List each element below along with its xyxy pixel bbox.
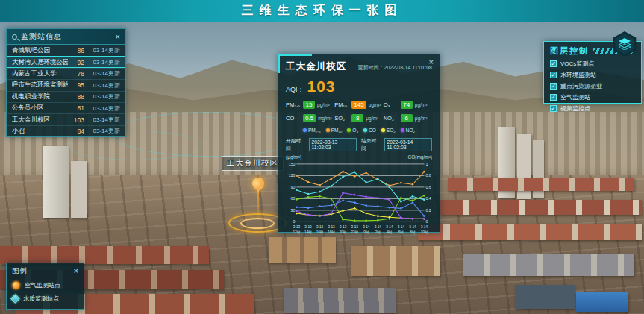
station-name: 机电职业学院 <box>12 92 68 101</box>
checkbox-icon[interactable]: ✓ <box>550 60 557 67</box>
station-name: 工大金川校区 <box>12 116 68 125</box>
pollutant-label: CO <box>286 115 301 122</box>
legend-label: O₃ <box>352 128 358 133</box>
close-icon[interactable]: × <box>429 58 434 66</box>
legend-item[interactable]: O₃ <box>347 128 358 133</box>
station-list-item[interactable]: 小召8403-14更新 <box>7 125 125 136</box>
end-time-input[interactable]: 2022-03-14 11:02:03 <box>384 138 432 151</box>
legend-item[interactable]: PM₂.₅ <box>303 128 321 133</box>
water-station-icon <box>10 294 20 304</box>
page-title: 三维生态环保一张图 <box>242 3 403 19</box>
pollutant-reading: PM₁₀145μg/m³ <box>334 101 383 109</box>
legend-item[interactable]: SO₂ <box>381 128 396 133</box>
svg-text:30: 30 <box>291 208 296 213</box>
legend-dot-icon <box>347 128 351 132</box>
pollutant-unit: μg/m³ <box>366 116 378 121</box>
trend-chart[interactable]: 030609012015000.20.40.60.813-1312时3-1314… <box>286 160 432 238</box>
legend-item[interactable]: PM₁₀ <box>326 128 343 133</box>
legend-label: NO₂ <box>406 128 415 133</box>
start-time-input[interactable]: 2022-03-13 11:02:03 <box>309 138 357 151</box>
legend-dot-icon <box>303 128 307 132</box>
station-updated: 03-14更新 <box>84 104 120 113</box>
station-updated: 03-14更新 <box>84 81 120 90</box>
legend-dot-icon <box>326 128 330 132</box>
layer-toggle-item[interactable]: ✓重点污染源企业 <box>550 82 635 90</box>
layer-label: 重点污染源企业 <box>560 82 602 90</box>
pollutant-label: NO₂ <box>384 115 398 122</box>
right-axis-unit: CO(mg/m³) <box>408 154 433 160</box>
svg-text:3-13: 3-13 <box>304 225 312 229</box>
map-legend-panel: 图例 × 空气监测站点水质监测站点 <box>6 263 84 310</box>
checkbox-icon[interactable]: ✓ <box>550 105 557 112</box>
station-aqi: 92 <box>68 59 84 66</box>
close-icon[interactable]: × <box>116 33 120 41</box>
svg-text:18时: 18时 <box>328 230 335 234</box>
svg-text:3-14: 3-14 <box>409 225 416 229</box>
app-window: { "header": { "title": "三维生态环保一张图" }, "s… <box>0 0 644 314</box>
svg-text:90: 90 <box>291 185 296 189</box>
svg-text:0: 0 <box>293 219 296 224</box>
svg-text:0.2: 0.2 <box>425 208 431 213</box>
station-list-item[interactable]: 公务员小区8103-14更新 <box>7 102 125 113</box>
search-icon[interactable] <box>12 34 17 40</box>
svg-text:3-14: 3-14 <box>386 225 393 229</box>
axis-units-row: (μg/m³) CO(mg/m³) <box>286 154 432 160</box>
map-legend-header: 图例 × <box>12 266 78 276</box>
pollutant-unit: μg/m³ <box>415 116 428 121</box>
legend-item[interactable]: CO <box>363 128 376 133</box>
station-popup: 工大金川校区 更新时间：2022-03-14 11:01:08 × AQI： 1… <box>278 54 440 233</box>
station-list-item[interactable]: 青城氧吧公园8603-14更新 <box>7 45 125 56</box>
checkbox-icon[interactable]: ✓ <box>550 72 557 78</box>
station-list-item[interactable]: 大树湾人居环境公园9203-14更新 <box>7 56 125 67</box>
svg-text:3-13: 3-13 <box>351 225 359 229</box>
pollutant-label: SO₂ <box>334 115 349 122</box>
station-list-title: 监测站信息 <box>21 31 112 42</box>
map-legend-item[interactable]: 空气监测站点 <box>12 281 78 289</box>
legend-label: PM₂.₅ <box>308 128 321 133</box>
pollutant-reading: PM₂.₅15μg/m³ <box>286 101 334 109</box>
station-list-item[interactable]: 呼市生态环境监测站9503-14更新 <box>7 79 125 90</box>
map-legend-label: 水质监测站点 <box>23 295 59 303</box>
station-billboard[interactable]: 工大金川校区 <box>222 156 284 171</box>
svg-text:3-14: 3-14 <box>398 225 405 229</box>
layer-toggle-item[interactable]: ✓水环境监测站 <box>550 71 635 79</box>
layer-label: 空气监测站 <box>560 93 590 101</box>
svg-text:6时: 6时 <box>398 230 404 234</box>
pollutant-label: PM₁₀ <box>334 101 349 108</box>
checkbox-icon[interactable]: ✓ <box>550 83 557 90</box>
air-station-icon <box>12 281 20 289</box>
close-icon[interactable]: × <box>74 267 78 275</box>
map-legend-title: 图例 <box>12 266 74 276</box>
pollutant-reading: CO0.5mg/m³ <box>286 114 334 122</box>
update-time-value: 2022-03-14 11:01:08 <box>384 65 432 70</box>
legend-label: PM₁₀ <box>331 128 343 133</box>
svg-text:3-13: 3-13 <box>328 225 335 229</box>
svg-text:3-14: 3-14 <box>421 225 428 229</box>
station-list-item[interactable]: 机电职业学院8803-14更新 <box>7 91 125 102</box>
station-list-panel: 监测站信息 × 青城氧吧公园8603-14更新大树湾人居环境公园9203-14更… <box>6 28 126 137</box>
aqi-value: 103 <box>307 78 336 95</box>
pollutant-value-badge: 0.5 <box>303 114 316 122</box>
station-name: 小召 <box>12 127 68 136</box>
pollutant-value-badge: 74 <box>401 101 413 109</box>
station-updated: 03-14更新 <box>84 127 120 135</box>
svg-text:20时: 20时 <box>340 230 347 234</box>
checkbox-icon[interactable]: ✓ <box>550 94 557 101</box>
pollutant-unit: μg/m³ <box>369 102 381 107</box>
station-list-item[interactable]: 内蒙古工业大学7803-14更新 <box>7 68 125 79</box>
layer-control-title: 图层控制 <box>550 45 589 57</box>
svg-text:3-13: 3-13 <box>316 225 324 229</box>
legend-item[interactable]: NO₂ <box>401 128 415 133</box>
map-legend-item[interactable]: 水质监测站点 <box>12 295 78 303</box>
layer-toggle-item[interactable]: ✓VOCs监测点 <box>550 60 635 68</box>
station-list-item[interactable]: 工大金川校区10303-14更新 <box>7 113 125 125</box>
station-aqi: 95 <box>68 81 84 89</box>
station-aqi: 81 <box>68 104 84 112</box>
layer-toggle-item[interactable]: ✓视频监控点 <box>550 104 635 113</box>
layer-list: ✓VOCs监测点✓水环境监测站✓重点污染源企业✓空气监测站✓视频监控点 <box>550 60 635 113</box>
layer-toggle-item[interactable]: ✓空气监测站 <box>550 93 635 101</box>
svg-text:3-13: 3-13 <box>293 225 301 229</box>
station-updated: 03-14更新 <box>84 58 120 66</box>
svg-text:0.4: 0.4 <box>425 196 431 201</box>
map-legend-items: 空气监测站点水质监测站点 <box>12 281 78 303</box>
